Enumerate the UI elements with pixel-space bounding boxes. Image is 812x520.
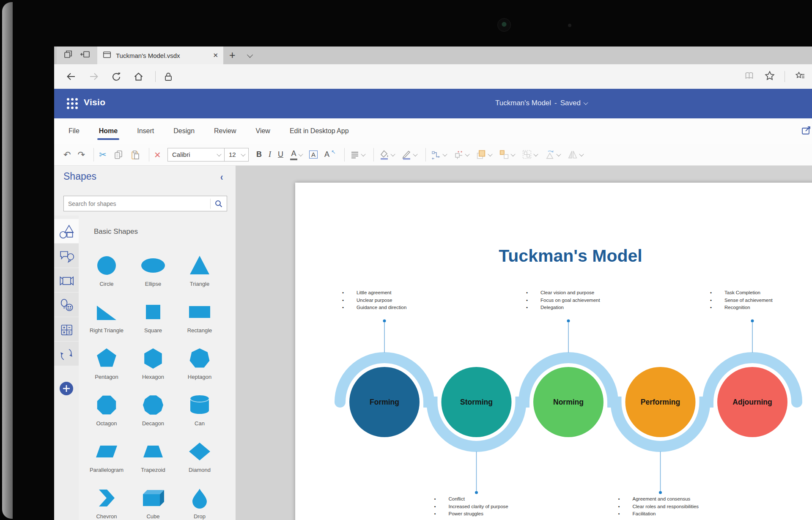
shape-parallelogram[interactable]: Parallelogram [85,439,128,479]
text-direction-button[interactable]: A↖ [324,150,336,159]
title-separator: - [554,99,557,107]
align-button[interactable] [350,150,365,160]
set-tabs-aside-icon[interactable] [80,49,91,61]
stage-name: Performing [641,398,680,406]
menu-review[interactable]: Review [213,125,237,137]
shape-cube[interactable]: Cube [132,485,174,520]
stage-notes-performing[interactable]: Agreement and consensusClear roles and r… [617,495,719,518]
shape-octagon[interactable]: Octagon [85,392,128,433]
search-icon[interactable] [211,200,227,208]
shape-chevron[interactable]: Chevron [85,485,128,520]
shape-hexagon[interactable]: Hexagon [132,346,174,386]
shape-label: Drop [178,513,221,520]
menu-edit-in-desktop-app[interactable]: Edit in Desktop App [289,125,350,137]
bold-button[interactable]: B [256,150,262,159]
home-icon[interactable] [133,71,144,82]
app-launcher-icon[interactable] [65,96,80,112]
canvas-area: Tuckman's Model FormingStormingNormingPe… [236,166,812,520]
connector-button[interactable] [431,150,447,160]
font-color-button[interactable]: A [290,149,302,160]
menu-view[interactable]: View [255,125,271,137]
connection-points-button[interactable] [453,150,469,160]
stencil-category-cycle-shapes[interactable] [54,342,79,366]
stage-notes-norming[interactable]: Clear vision and purposeFocus on goal ac… [525,289,626,312]
stencil-category-basic-shapes[interactable] [54,219,79,244]
line-color-button[interactable] [401,149,417,160]
shape-label: Cube [132,513,174,520]
shape-label: Decagon [132,420,174,427]
fill-color-button[interactable] [379,149,395,160]
group-button[interactable] [521,149,538,160]
shape-label: Octagon [85,420,128,427]
shape-label: Hexagon [132,374,174,380]
stencil-category-callouts[interactable] [54,244,79,268]
menu-insert[interactable]: Insert [136,125,155,137]
saved-chevron-icon[interactable] [583,100,588,105]
refresh-icon[interactable] [111,71,122,82]
paste-icon[interactable] [130,150,140,160]
shape-rectangle[interactable]: Rectangle [178,299,221,340]
shape-label: Circle [85,281,128,287]
flip-button[interactable] [567,149,583,160]
tabs-preview-icon[interactable] [63,49,74,61]
add-stencil-button[interactable] [54,376,79,400]
bring-forward-button[interactable] [476,149,492,160]
font-family-select[interactable]: Calibri [167,148,224,161]
reading-view-icon[interactable] [743,71,755,82]
stage-notes-storming[interactable]: ConflictIncreased clarity of purposePowe… [433,495,535,518]
shape-circle[interactable]: Circle [85,253,128,293]
shape-square[interactable]: Square [132,299,174,340]
laptop-bezel-edge [2,2,13,519]
delete-icon[interactable]: × [154,149,161,160]
menu-home[interactable]: Home [98,125,118,137]
favorites-star-icon[interactable] [764,70,775,83]
share-icon[interactable] [798,124,812,139]
tab-list-chevron-icon[interactable] [248,52,252,59]
document-title-bar[interactable]: Tuckman's Model - Saved [495,99,587,107]
shape-right-triangle[interactable]: Right Triangle [85,299,128,340]
shape-heptagon[interactable]: Heptagon [178,346,221,386]
copy-icon[interactable] [113,150,123,160]
redo-icon[interactable]: ↷ [78,150,85,159]
italic-button[interactable]: I [269,150,271,159]
shape-can[interactable]: Can [178,392,221,433]
rotate-button[interactable] [544,149,560,160]
hub-favorites-list-icon[interactable] [794,71,806,82]
undo-icon[interactable]: ↶ [63,150,71,159]
app-name[interactable]: Visio [84,97,105,107]
stage-notes-adjourning[interactable]: Task CompletionSense of achievementRecog… [709,289,810,312]
stage-note: Delegation [525,304,626,312]
nav-separator [155,71,156,82]
shape-drop[interactable]: Drop [178,485,221,520]
shape-ellipse[interactable]: Ellipse [132,253,174,293]
cut-icon[interactable]: ✂ [99,150,107,159]
menu-design[interactable]: Design [173,125,195,137]
shapes-grid: Basic Shapes CircleEllipseTriangleRight … [79,216,236,520]
close-tab-icon[interactable]: ✕ [213,52,218,59]
send-backward-button[interactable] [499,149,515,160]
stage-note: Agreement and consensus [617,495,719,503]
shape-diamond[interactable]: Diamond [178,439,221,479]
underline-button[interactable]: U [278,150,283,159]
stage-notes-forming[interactable]: Little agreementUnclear purposeGuidance … [341,289,442,312]
shape-search-input[interactable] [64,200,210,207]
stencil-category-math-shapes[interactable] [54,317,79,342]
forward-icon[interactable] [88,71,100,82]
font-size-select[interactable]: 12 [224,148,249,161]
shape-pentagon[interactable]: Pentagon [85,346,128,386]
text-block-button[interactable]: A [309,151,318,159]
stencil-category-fun-shapes[interactable] [54,293,79,317]
browser-tab[interactable]: Tuckman's Model.vsdx ✕ [97,47,223,64]
collapse-panel-icon[interactable]: ‹ [220,171,223,183]
new-tab-button[interactable]: + [229,49,236,60]
shape-triangle[interactable]: Triangle [178,253,221,293]
shapes-section-title: Basic Shapes [94,227,138,236]
shape-trapezoid[interactable]: Trapezoid [132,439,174,479]
shape-decagon[interactable]: Decagon [132,392,174,433]
stencil-category-banners[interactable] [54,268,79,293]
drawing-page[interactable]: Tuckman's Model FormingStormingNormingPe… [295,183,812,520]
browser-tab-bar: Tuckman's Model.vsdx ✕ + [54,47,812,64]
menu-file[interactable]: File [68,125,80,137]
back-icon[interactable] [65,71,77,82]
leader-dot [751,320,754,323]
